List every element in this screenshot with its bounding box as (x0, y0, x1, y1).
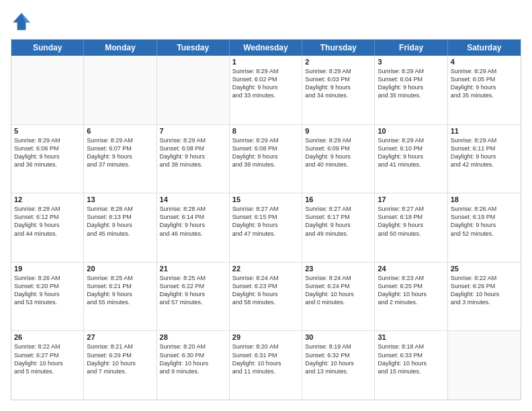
day-cell-7: 7Sunrise: 8:29 AM Sunset: 6:08 PM Daylig… (157, 125, 230, 193)
day-number-15: 15 (232, 195, 299, 203)
day-info-2: Sunrise: 8:29 AM Sunset: 6:03 PM Dayligh… (305, 67, 371, 100)
day-info-18: Sunrise: 8:26 AM Sunset: 6:19 PM Dayligh… (451, 205, 518, 238)
day-info-24: Sunrise: 8:23 AM Sunset: 6:25 PM Dayligh… (378, 274, 444, 307)
day-cell-24: 24Sunrise: 8:23 AM Sunset: 6:25 PM Dayli… (375, 263, 447, 331)
weekday-header-sunday: Sunday (11, 40, 84, 56)
day-number-12: 12 (14, 195, 81, 203)
calendar-body: 1Sunrise: 8:29 AM Sunset: 6:02 PM Daylig… (11, 56, 521, 400)
day-cell-14: 14Sunrise: 8:28 AM Sunset: 6:14 PM Dayli… (157, 193, 230, 262)
day-info-23: Sunrise: 8:24 AM Sunset: 6:24 PM Dayligh… (305, 274, 371, 307)
day-number-24: 24 (378, 265, 444, 273)
day-number-30: 30 (305, 333, 371, 341)
day-info-30: Sunrise: 8:19 AM Sunset: 6:32 PM Dayligh… (305, 342, 371, 375)
day-info-25: Sunrise: 8:22 AM Sunset: 6:26 PM Dayligh… (451, 274, 518, 307)
day-cell-15: 15Sunrise: 8:27 AM Sunset: 6:15 PM Dayli… (230, 193, 302, 262)
day-number-6: 6 (87, 127, 153, 135)
day-number-4: 4 (451, 58, 518, 66)
calendar-row-2: 5Sunrise: 8:29 AM Sunset: 6:06 PM Daylig… (11, 125, 521, 194)
empty-cell (448, 331, 521, 400)
day-info-6: Sunrise: 8:29 AM Sunset: 6:07 PM Dayligh… (87, 136, 153, 169)
day-info-27: Sunrise: 8:21 AM Sunset: 6:29 PM Dayligh… (87, 342, 153, 375)
day-info-19: Sunrise: 8:26 AM Sunset: 6:20 PM Dayligh… (14, 274, 81, 307)
day-number-9: 9 (305, 127, 371, 135)
day-info-13: Sunrise: 8:28 AM Sunset: 6:13 PM Dayligh… (87, 205, 153, 238)
day-number-28: 28 (160, 333, 226, 341)
day-cell-6: 6Sunrise: 8:29 AM Sunset: 6:07 PM Daylig… (84, 125, 157, 193)
day-info-12: Sunrise: 8:28 AM Sunset: 6:12 PM Dayligh… (14, 205, 81, 238)
day-cell-5: 5Sunrise: 8:29 AM Sunset: 6:06 PM Daylig… (11, 125, 84, 193)
day-info-5: Sunrise: 8:29 AM Sunset: 6:06 PM Dayligh… (14, 136, 81, 169)
day-cell-28: 28Sunrise: 8:20 AM Sunset: 6:30 PM Dayli… (157, 331, 230, 400)
day-number-19: 19 (14, 265, 81, 273)
day-cell-17: 17Sunrise: 8:27 AM Sunset: 6:18 PM Dayli… (375, 193, 447, 262)
header (11, 11, 521, 32)
day-number-29: 29 (232, 333, 299, 341)
day-number-25: 25 (451, 265, 518, 273)
day-info-28: Sunrise: 8:20 AM Sunset: 6:30 PM Dayligh… (160, 342, 226, 375)
day-info-16: Sunrise: 8:27 AM Sunset: 6:17 PM Dayligh… (305, 205, 371, 238)
day-cell-10: 10Sunrise: 8:29 AM Sunset: 6:10 PM Dayli… (375, 125, 447, 193)
day-cell-31: 31Sunrise: 8:18 AM Sunset: 6:33 PM Dayli… (375, 331, 447, 400)
day-info-8: Sunrise: 8:29 AM Sunset: 6:08 PM Dayligh… (232, 136, 299, 169)
day-number-16: 16 (305, 195, 371, 203)
day-info-17: Sunrise: 8:27 AM Sunset: 6:18 PM Dayligh… (378, 205, 444, 238)
day-cell-1: 1Sunrise: 8:29 AM Sunset: 6:02 PM Daylig… (230, 56, 302, 124)
day-number-7: 7 (160, 127, 226, 135)
day-cell-20: 20Sunrise: 8:25 AM Sunset: 6:21 PM Dayli… (84, 263, 157, 331)
day-cell-19: 19Sunrise: 8:26 AM Sunset: 6:20 PM Dayli… (11, 263, 84, 331)
day-number-1: 1 (232, 58, 299, 66)
calendar-header: SundayMondayTuesdayWednesdayThursdayFrid… (11, 40, 521, 56)
day-number-14: 14 (160, 195, 226, 203)
day-info-11: Sunrise: 8:29 AM Sunset: 6:11 PM Dayligh… (451, 136, 518, 169)
day-cell-18: 18Sunrise: 8:26 AM Sunset: 6:19 PM Dayli… (448, 193, 521, 262)
day-number-27: 27 (87, 333, 153, 341)
day-cell-13: 13Sunrise: 8:28 AM Sunset: 6:13 PM Dayli… (84, 193, 157, 262)
day-info-26: Sunrise: 8:22 AM Sunset: 6:27 PM Dayligh… (14, 342, 81, 375)
day-number-20: 20 (87, 265, 153, 273)
day-info-31: Sunrise: 8:18 AM Sunset: 6:33 PM Dayligh… (378, 342, 444, 375)
day-cell-16: 16Sunrise: 8:27 AM Sunset: 6:17 PM Dayli… (302, 193, 375, 262)
day-cell-2: 2Sunrise: 8:29 AM Sunset: 6:03 PM Daylig… (302, 56, 375, 124)
day-info-15: Sunrise: 8:27 AM Sunset: 6:15 PM Dayligh… (232, 205, 299, 238)
day-cell-9: 9Sunrise: 8:29 AM Sunset: 6:09 PM Daylig… (302, 125, 375, 193)
day-number-22: 22 (232, 265, 299, 273)
empty-cell (11, 56, 84, 124)
page: SundayMondayTuesdayWednesdayThursdayFrid… (0, 0, 532, 411)
day-info-1: Sunrise: 8:29 AM Sunset: 6:02 PM Dayligh… (232, 67, 299, 100)
day-info-9: Sunrise: 8:29 AM Sunset: 6:09 PM Dayligh… (305, 136, 371, 169)
day-info-21: Sunrise: 8:25 AM Sunset: 6:22 PM Dayligh… (160, 274, 226, 307)
day-number-17: 17 (378, 195, 444, 203)
day-number-23: 23 (305, 265, 371, 273)
day-info-14: Sunrise: 8:28 AM Sunset: 6:14 PM Dayligh… (160, 205, 226, 238)
empty-cell (157, 56, 230, 124)
weekday-header-monday: Monday (84, 40, 157, 56)
logo-icon (11, 11, 32, 32)
day-info-22: Sunrise: 8:24 AM Sunset: 6:23 PM Dayligh… (232, 274, 299, 307)
weekday-header-tuesday: Tuesday (157, 40, 230, 56)
day-info-7: Sunrise: 8:29 AM Sunset: 6:08 PM Dayligh… (160, 136, 226, 169)
weekday-header-saturday: Saturday (448, 40, 521, 56)
calendar-row-3: 12Sunrise: 8:28 AM Sunset: 6:12 PM Dayli… (11, 193, 521, 263)
day-number-8: 8 (232, 127, 299, 135)
day-info-20: Sunrise: 8:25 AM Sunset: 6:21 PM Dayligh… (87, 274, 153, 307)
day-number-31: 31 (378, 333, 444, 341)
day-info-29: Sunrise: 8:20 AM Sunset: 6:31 PM Dayligh… (232, 342, 299, 375)
day-number-13: 13 (87, 195, 153, 203)
day-number-21: 21 (160, 265, 226, 273)
day-info-3: Sunrise: 8:29 AM Sunset: 6:04 PM Dayligh… (378, 67, 444, 100)
day-number-5: 5 (14, 127, 81, 135)
day-number-3: 3 (378, 58, 444, 66)
day-cell-30: 30Sunrise: 8:19 AM Sunset: 6:32 PM Dayli… (302, 331, 375, 400)
calendar: SundayMondayTuesdayWednesdayThursdayFrid… (11, 39, 521, 400)
day-cell-26: 26Sunrise: 8:22 AM Sunset: 6:27 PM Dayli… (11, 331, 84, 400)
day-cell-11: 11Sunrise: 8:29 AM Sunset: 6:11 PM Dayli… (448, 125, 521, 193)
day-number-11: 11 (451, 127, 518, 135)
day-cell-23: 23Sunrise: 8:24 AM Sunset: 6:24 PM Dayli… (302, 263, 375, 331)
day-number-18: 18 (451, 195, 518, 203)
day-cell-8: 8Sunrise: 8:29 AM Sunset: 6:08 PM Daylig… (230, 125, 302, 193)
day-cell-29: 29Sunrise: 8:20 AM Sunset: 6:31 PM Dayli… (230, 331, 302, 400)
day-cell-25: 25Sunrise: 8:22 AM Sunset: 6:26 PM Dayli… (448, 263, 521, 331)
logo (11, 11, 35, 32)
calendar-row-5: 26Sunrise: 8:22 AM Sunset: 6:27 PM Dayli… (11, 331, 521, 400)
day-info-4: Sunrise: 8:29 AM Sunset: 6:05 PM Dayligh… (451, 67, 518, 100)
